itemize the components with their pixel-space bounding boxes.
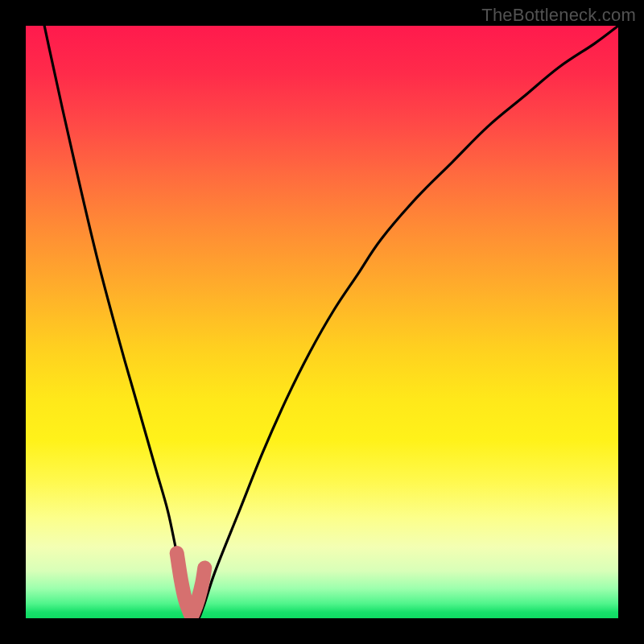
watermark-label: TheBottleneck.com	[481, 5, 636, 26]
bottleneck-curve-highlight	[177, 553, 205, 615]
chart-frame: TheBottleneck.com	[0, 0, 644, 644]
bottleneck-curve	[26, 26, 618, 618]
plot-area	[26, 26, 618, 618]
curve-layer	[26, 26, 618, 618]
